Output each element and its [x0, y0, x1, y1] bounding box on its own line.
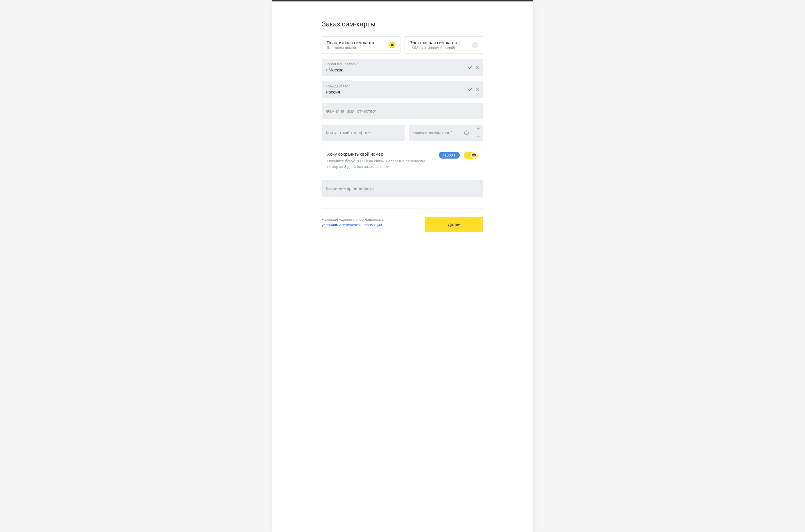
city-label: Город или регион*	[326, 62, 358, 67]
citizenship-field[interactable]: Гражданство* Россия	[322, 81, 483, 98]
toggle-knob-emoji-icon: 😎	[471, 152, 477, 158]
qty-label: Количество сим-карт	[413, 131, 450, 135]
agreement-prefix: Нажимая «Далее», я соглашаюсь с	[322, 217, 384, 222]
transfer-number-placeholder: Какой номер перенести	[326, 186, 374, 191]
check-icon	[468, 65, 472, 70]
keep-number-toggle[interactable]: 😎	[464, 152, 478, 159]
clear-icon[interactable]	[475, 65, 479, 70]
qty-value: 1	[451, 130, 453, 135]
plus-icon: +	[477, 126, 480, 132]
page-title: Заказ сим-карты	[322, 20, 483, 28]
sim-option-plastic-title: Пластиковая сим-карта	[327, 40, 374, 45]
sim-option-esim-subtitle: eSIM с активацией онлайн	[409, 45, 457, 50]
sim-option-plastic[interactable]: Пластиковая сим-карта Доставим домой	[322, 36, 401, 54]
citizenship-value: Россия	[326, 89, 350, 95]
city-value: г Москва	[326, 67, 358, 73]
fio-field[interactable]: Фамилия, имя, отчество*	[322, 103, 483, 119]
transfer-number-field[interactable]: Какой номер перенести	[322, 180, 483, 196]
sim-option-esim-title: Электронная сим-карта	[409, 40, 457, 45]
keep-number-card: Хочу сохранить свой номер Получите бонус…	[322, 146, 483, 175]
next-button[interactable]: Далее	[425, 216, 483, 232]
qty-minus-button[interactable]: −	[473, 133, 483, 141]
radio-selected-icon	[389, 42, 396, 48]
minus-icon: −	[477, 134, 480, 140]
radio-unselected-icon	[472, 42, 478, 48]
phone-placeholder: Контактный телефон*	[326, 130, 370, 135]
city-field[interactable]: Город или регион* г Москва	[322, 59, 483, 76]
keep-number-desc: Получите бонус 1000 ₽ на связь. Бесплатн…	[327, 158, 434, 170]
keep-number-title: Хочу сохранить свой номер	[327, 152, 434, 156]
bonus-badge: +1000 ₽	[439, 152, 460, 158]
agreement-text: Нажимая «Далее», я соглашаюсь с условиям…	[322, 216, 400, 228]
sim-option-plastic-subtitle: Доставим домой	[327, 45, 374, 50]
check-icon	[468, 87, 472, 92]
terms-link[interactable]: условиями передачи информации	[322, 223, 382, 227]
qty-plus-button[interactable]: +	[473, 125, 483, 133]
svg-text:?: ?	[465, 131, 467, 134]
sim-option-esim[interactable]: Электронная сим-карта eSIM с активацией …	[404, 36, 483, 54]
separator	[322, 208, 483, 209]
help-icon[interactable]: ?	[464, 130, 469, 135]
fio-placeholder: Фамилия, имя, отчество*	[326, 109, 377, 114]
qty-field[interactable]: Количество сим-карт 1 ?	[408, 125, 473, 141]
phone-field[interactable]: Контактный телефон*	[322, 125, 404, 141]
citizenship-label: Гражданство*	[326, 84, 350, 89]
clear-icon[interactable]	[475, 88, 479, 92]
